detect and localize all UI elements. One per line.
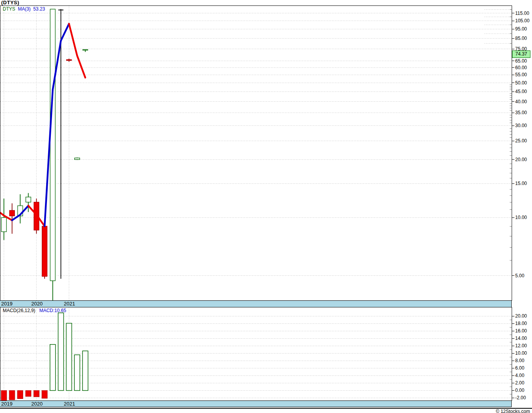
- y-axis-tick: [512, 92, 514, 92]
- copyright-link[interactable]: © 12Stocks.com: [496, 409, 530, 413]
- y-axis-tick: [512, 67, 514, 68]
- y-axis-label: 10.00: [515, 351, 527, 356]
- year-label: 2021: [64, 401, 75, 407]
- y-axis-tick: [512, 398, 514, 398]
- ma-line-segment: [69, 24, 85, 78]
- ma-line: [0, 24, 85, 226]
- y-axis-tick: [512, 38, 514, 39]
- year-label: 2019: [1, 401, 13, 407]
- year-label: 2019: [1, 301, 13, 307]
- year-label: 2020: [31, 401, 43, 407]
- y-axis-label: 0.00: [515, 388, 524, 393]
- macd-value-label: MACD:10.65: [39, 308, 66, 313]
- y-axis-label: 15.00: [515, 181, 527, 186]
- y-axis-tick: [512, 217, 514, 218]
- legend-ma-value: 53.23: [33, 6, 45, 12]
- candlesticks: [2, 9, 88, 301]
- macd-legend: MACD(26,12,9) MACD:10.65: [3, 308, 66, 313]
- macd-bar: [83, 351, 88, 390]
- macd-bar: [74, 355, 80, 390]
- y-axis-label: 20.00: [515, 314, 527, 318]
- price-chart-canvas: [0, 5, 512, 301]
- y-axis-label: 14.00: [515, 336, 527, 341]
- macd-bars: [1, 313, 88, 401]
- candle: [50, 9, 55, 301]
- y-axis-tick: [512, 183, 514, 184]
- y-axis-tick: [512, 141, 514, 141]
- y-axis-tick: [512, 390, 514, 391]
- candle: [83, 49, 88, 52]
- y-axis-tick: [512, 368, 514, 368]
- y-axis-tick: [512, 346, 514, 346]
- y-axis-label: 60.00: [515, 65, 527, 70]
- legend-ma-label: MA(3): [18, 6, 31, 12]
- y-axis-label: 8.00: [515, 358, 524, 363]
- y-axis-label: 20.00: [515, 157, 527, 162]
- price-minor-ticks: [510, 9, 512, 260]
- macd-bar: [34, 390, 39, 397]
- y-axis-tick: [512, 323, 514, 324]
- macd-bar: [25, 390, 31, 396]
- y-axis-tick: [512, 113, 514, 113]
- y-axis-tick: [512, 383, 514, 383]
- stock-chart-page: (DTYS) DTYS MA(3) 53.23 201920202021 MAC…: [0, 0, 532, 413]
- y-axis-label: 55.00: [515, 72, 527, 77]
- macd-y-axis: 20.0018.0016.0014.0012.0010.008.006.004.…: [512, 307, 532, 401]
- macd-bar: [66, 323, 72, 391]
- y-axis-tick: [512, 49, 514, 49]
- price-gridlines: [0, 6, 511, 300]
- price-chart-panel: DTYS MA(3) 53.23: [0, 5, 512, 301]
- y-axis-label: 30.00: [515, 123, 527, 128]
- y-axis-label: 105.00: [515, 18, 530, 23]
- footer-divider: [0, 408, 532, 409]
- y-axis-label: -2.00: [515, 395, 526, 400]
- macd-bar: [9, 390, 15, 400]
- y-axis-tick: [512, 275, 514, 276]
- y-axis-label: 6.00: [515, 366, 524, 370]
- y-axis-label: 65.00: [515, 59, 527, 63]
- y-axis-label: 16.00: [515, 329, 527, 333]
- y-axis-tick: [512, 338, 514, 339]
- year-label: 2020: [31, 301, 43, 307]
- y-axis-label: 85.00: [515, 36, 527, 41]
- candle: [75, 158, 80, 160]
- candle: [26, 193, 31, 212]
- y-axis-tick: [512, 21, 514, 21]
- macd-bar: [1, 390, 7, 401]
- y-axis-tick: [512, 13, 514, 13]
- y-axis-label: 25.00: [515, 138, 527, 143]
- y-axis-label: 12.00: [515, 343, 527, 348]
- x-axis-strip-macd: 201920202021: [0, 401, 512, 407]
- last-price-badge: 74.37: [512, 50, 530, 58]
- y-axis-label: 50.00: [515, 81, 527, 85]
- ma-line-segment: [45, 24, 69, 226]
- y-axis-label: 35.00: [515, 110, 527, 115]
- y-axis-tick: [512, 126, 514, 126]
- y-axis-tick: [512, 83, 514, 83]
- ticker-title: (DTYS): [1, 0, 19, 5]
- y-axis-tick: [512, 331, 514, 331]
- price-panel-border: [0, 6, 512, 301]
- y-axis-label: 10.00: [515, 215, 527, 220]
- y-axis-label: 115.00: [515, 11, 529, 16]
- macd-bar: [42, 390, 47, 398]
- y-axis-label: 2.00: [515, 381, 524, 385]
- y-axis-tick: [512, 61, 514, 61]
- price-legend: DTYS MA(3) 53.23: [3, 6, 45, 12]
- candle: [42, 226, 47, 279]
- y-axis-tick: [512, 316, 514, 316]
- y-axis-label: 5.00: [515, 273, 524, 278]
- y-axis-tick: [512, 159, 514, 160]
- macd-bar: [50, 345, 56, 391]
- y-axis-label: 95.00: [515, 27, 527, 31]
- y-axis-label: 4.00: [515, 373, 524, 378]
- macd-param-label: MACD(26,12,9): [3, 308, 35, 313]
- legend-ticker: DTYS: [3, 6, 15, 12]
- y-axis-tick: [512, 29, 514, 29]
- y-axis-label: 45.00: [515, 89, 527, 94]
- candle: [2, 199, 7, 240]
- macd-bar: [58, 313, 64, 391]
- macd-chart-canvas: [0, 307, 512, 401]
- x-axis-strip-price: 201920202021: [0, 301, 512, 307]
- y-axis-label: 40.00: [515, 99, 527, 104]
